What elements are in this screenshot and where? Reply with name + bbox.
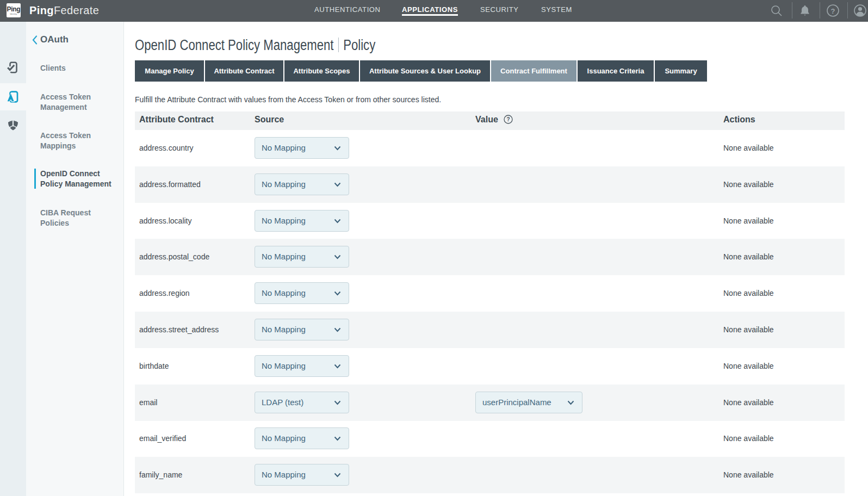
svg-text:?: ? [506,116,510,122]
svg-text:?: ? [831,7,835,15]
